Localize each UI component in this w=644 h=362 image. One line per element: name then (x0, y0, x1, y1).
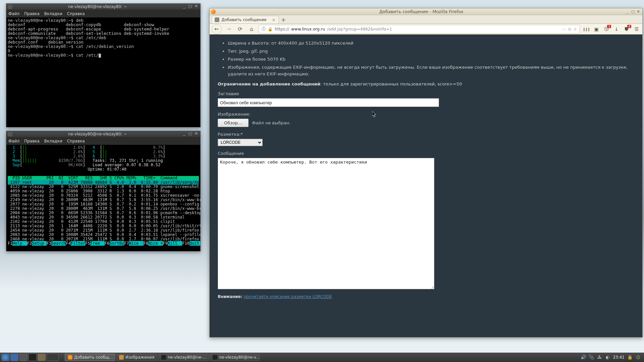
list-item: Тип: jpeg, gif, png (228, 48, 634, 55)
menu-help[interactable]: Справка (67, 11, 85, 16)
url-domain: www.linux.org.ru (291, 27, 325, 32)
downloads-icon[interactable]: ↓ (613, 25, 620, 33)
firefox-icon (211, 9, 216, 14)
start-menu-button[interactable] (1, 354, 9, 361)
cursor-icon (99, 54, 101, 58)
title-label: Заглавие (218, 91, 634, 96)
menubar: Файл Правка Вкладки Справка (6, 137, 200, 145)
lorcode-link[interactable]: прочитайте описание разметки LORCODE (244, 294, 332, 299)
lock-icon[interactable]: 🔒 (627, 355, 633, 360)
terminal-window-1: ne-vlezay80@ne-vlezay80: ~ _ ▢ ✕ Файл Пр… (6, 3, 201, 127)
terminal-launcher[interactable] (29, 354, 37, 361)
requirements-list: Ширина x Высота: от 400x400 до 5120x5120… (228, 40, 634, 77)
sidebar-icon[interactable]: ▣ (593, 25, 600, 33)
star-outline-icon[interactable]: ✩ (568, 27, 571, 32)
show-desktop-button[interactable] (38, 354, 46, 361)
library-icon[interactable]: ⫿⫿⫿ (583, 25, 590, 33)
menu-file[interactable]: Файл (8, 11, 19, 16)
list-item: Ширина x Высота: от 400x400 до 5120x5120… (228, 40, 634, 47)
workspace-switcher[interactable] (47, 354, 59, 361)
favicon-icon (215, 17, 219, 22)
menu-edit[interactable]: Правка (24, 139, 40, 143)
minimize-button[interactable]: _ (181, 132, 187, 136)
menu-edit[interactable]: Правка (24, 11, 40, 16)
taskbar: Добавить сообщ… Изображения ne-vlezay80@… (0, 353, 644, 362)
htop-output[interactable]: 1 [|| 2.6%] 4 [| 0.7%] 2 [|| 2.6%] 5 [||… (6, 145, 200, 251)
title-input[interactable] (218, 98, 439, 107)
clipboard-icon[interactable]: 📎 (589, 355, 594, 360)
markup-select[interactable]: LORCODE (218, 139, 263, 146)
maximize-button[interactable]: ▢ (630, 9, 636, 14)
forward-button[interactable]: → (224, 25, 233, 34)
window-title: ne-vlezay80@ne-vlezay80: ~ (14, 4, 181, 9)
titlebar[interactable]: Добавить сообщение - Mozilla Firefox _ ▢… (210, 8, 642, 15)
menu-help[interactable]: Справка (67, 139, 85, 143)
list-item: Изображения, содержащие EXIF-информацию,… (228, 64, 634, 77)
home-button[interactable]: ⌂ (247, 25, 256, 34)
message-textarea[interactable] (218, 158, 434, 289)
image-label: Изображение: (218, 112, 634, 117)
terminal-icon (8, 132, 12, 136)
window-title: Добавить сообщение - Mozilla Firefox (218, 9, 625, 14)
menu-tabs[interactable]: Вкладки (44, 139, 62, 143)
reload-button[interactable]: ⟳ (236, 25, 245, 34)
firefox-window: Добавить сообщение - Mozilla Firefox _ ▢… (209, 8, 643, 338)
folder-icon (119, 355, 124, 360)
url-bar[interactable]: ⓘ 🔒 https://www.linux.org.ru/add.jsp?gro… (259, 25, 580, 34)
titlebar[interactable]: ne-vlezay80@ne-vlezay80: ~ _ ▢ ✕ (6, 131, 200, 137)
menu-file[interactable]: Файл (8, 139, 19, 143)
terminal-icon (161, 355, 166, 360)
file-manager-launcher[interactable] (10, 354, 18, 361)
menubar: Файл Правка Вкладки Справка (6, 10, 200, 17)
ublock-icon[interactable]: ⛊4 (623, 25, 630, 33)
back-button[interactable]: ← (212, 24, 222, 34)
url-path: /add.jsp?group=4962&noinfo=1 (327, 27, 392, 32)
minimize-button[interactable]: _ (625, 9, 630, 14)
markup-label: Разметка:* (218, 132, 634, 137)
tab-active[interactable]: Добавить сообщение × (212, 16, 279, 23)
file-status: Файл не выбран. (252, 120, 290, 125)
tab-close-icon[interactable]: × (272, 17, 276, 22)
message-label: Сообщение (218, 151, 634, 156)
terminal-output[interactable]: ne-vlezay80@ne-vlezay80:~$ deb debconf d… (6, 17, 200, 127)
close-button[interactable]: ✕ (194, 4, 199, 9)
page-content[interactable]: Ширина x Высота: от 400x400 до 5120x5120… (210, 35, 642, 337)
tab-bar: Добавить сообщение × + (210, 15, 642, 24)
maximize-button[interactable]: ▢ (187, 132, 193, 136)
taskbar-item-terminal2[interactable]: ne-vlezay80@ne-v… (210, 354, 260, 361)
noscript-icon[interactable]: Ⓢ3 (603, 25, 610, 33)
close-button[interactable]: ✕ (194, 132, 199, 136)
taskbar-item-images[interactable]: Изображения (116, 354, 157, 361)
browse-button[interactable]: Обзор... (218, 119, 249, 127)
volume-icon[interactable]: 🔊 (581, 355, 586, 360)
close-button[interactable]: ✕ (636, 9, 641, 14)
browser-launcher[interactable] (19, 354, 28, 361)
terminal-icon (8, 4, 12, 9)
taskbar-item-firefox[interactable]: Добавить сообщ… (65, 354, 115, 361)
taskbar-item-terminal1[interactable]: ne-vlezay80@ne-… (158, 354, 209, 361)
lock-icon: 🔒 (268, 27, 273, 32)
toolbar: ← → ⟳ ⌂ ⓘ 🔒 https://www.linux.org.ru/add… (210, 24, 642, 35)
titlebar[interactable]: ne-vlezay80@ne-vlezay80: ~ _ ▢ ✕ (6, 4, 200, 10)
terminal-window-htop: ne-vlezay80@ne-vlezay80: ~ _ ▢ ✕ Файл Пр… (6, 131, 201, 251)
system-tray: 🔊 📎 🖧 ◐ 23:41 🔒 ⏻ (581, 355, 643, 360)
warning-text: Внимание: прочитайте описание разметки L… (218, 294, 634, 299)
maximize-button[interactable]: ▢ (187, 4, 193, 9)
hamburger-menu-icon[interactable]: ☰ (633, 25, 640, 33)
clock[interactable]: 23:41 (613, 355, 625, 360)
screensaver-icon[interactable]: ◐ (605, 355, 610, 360)
list-item: Размер не более 5070 Kb (228, 56, 634, 63)
minimize-button[interactable]: _ (181, 4, 187, 9)
window-title: ne-vlezay80@ne-vlezay80: ~ (14, 132, 181, 136)
restriction-text: Ограничение на добавление сообщений: тол… (218, 81, 634, 86)
menu-tabs[interactable]: Вкладки (44, 11, 62, 16)
info-icon[interactable]: ⓘ (262, 26, 266, 32)
htop-fkeys[interactable]: F1Help F2Setup F3SearchF4FilterF5Tree F6… (8, 241, 200, 246)
bookmark-icon[interactable]: ☆ (573, 27, 577, 32)
logout-icon[interactable]: ⏻ (635, 355, 641, 360)
more-icon[interactable]: ⋯ (562, 27, 566, 32)
tab-label: Добавить сообщение (221, 17, 270, 22)
network-icon[interactable]: 🖧 (597, 355, 602, 360)
new-tab-button[interactable]: + (280, 17, 287, 23)
terminal-icon (213, 355, 217, 360)
